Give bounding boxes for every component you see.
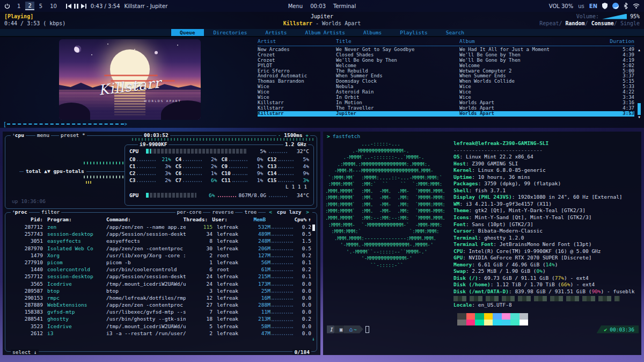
fastfetch-info-line: Memory: 6.61 GiB / 46.96 GiB (14%) xyxy=(453,262,640,269)
playback-progress-bar[interactable]: [> xyxy=(3,122,641,126)
process-row[interactable]: 3565Icedrive/tmp/.mount_icedriW2UAWd/usr… xyxy=(5,280,317,287)
fastfetch-info-line xyxy=(453,296,620,301)
previous-track-icon[interactable] xyxy=(66,4,71,9)
queue-row[interactable]: CrozetWe'll Be Gone by ThenWe'll Be Gone… xyxy=(258,58,634,63)
player-tab[interactable]: Albums xyxy=(355,29,390,36)
graph-mode-label[interactable]: total ▲▼ gpu-totals xyxy=(24,168,86,174)
language-indicator[interactable]: EN xyxy=(589,3,597,9)
scroll-up-icon[interactable]: ▲ xyxy=(638,48,640,52)
proc-select-label[interactable]: select ↓ xyxy=(11,349,39,355)
window-title-menu[interactable]: Menu xyxy=(288,3,303,9)
process-row[interactable]: 2612i3i3 -a --restart /run/user/1000/2le… xyxy=(5,330,317,337)
player-elapsed: 0:44 / 3:53 ( kbps) xyxy=(4,20,283,26)
player-tab[interactable]: Directories xyxy=(205,29,256,36)
bluetooth-icon[interactable] xyxy=(624,3,628,9)
keyboard-layout[interactable]: us xyxy=(578,3,584,9)
player-tab[interactable]: Search xyxy=(437,29,473,36)
pause-icon[interactable] xyxy=(74,4,78,9)
queue-header-artist[interactable]: Artist xyxy=(258,38,336,44)
process-row[interactable]: 1479Xorg/usr/lib/xorg/Xorg -core :0 -se2… xyxy=(5,252,317,259)
queue-row[interactable]: KillstarrIn MotionWorlds Apart3:16 xyxy=(258,100,634,106)
column-command[interactable]: Command: xyxy=(106,216,181,222)
cpu-core-row: C111% xyxy=(222,177,264,184)
player-tab[interactable]: Album Artists xyxy=(297,29,354,36)
queue-row[interactable]: Android AutomaticWhen Summer EndsWhen Su… xyxy=(258,74,634,79)
queue-header-duration[interactable]: Duration xyxy=(608,38,634,44)
queue-row[interactable]: PYLOTWelcomeWelcome5:02 xyxy=(258,63,634,69)
workspace-button[interactable]: 5 xyxy=(36,2,45,10)
queue-scrollbar-thumb[interactable] xyxy=(638,103,641,115)
playback-mode-toggle[interactable]: Consume xyxy=(585,20,614,26)
process-scrollbar-thumb[interactable] xyxy=(312,225,315,231)
queue-row[interactable]: CrozetClosed ShadesWe'll Be Gone by Then… xyxy=(258,53,634,58)
process-row[interactable]: 287970Isolated Web Co/app/zen/zen -conte… xyxy=(5,245,317,252)
playback-mode-toggle[interactable]: Single xyxy=(614,20,640,26)
queue-row[interactable]: Eric SferroThe RebuildWetware Computer 2… xyxy=(258,69,634,74)
column-user[interactable]: User: xyxy=(208,216,241,222)
process-row[interactable]: 277910picompicom -b1lefreak56M0.1 xyxy=(5,259,317,266)
now-playing-title: Jupiter xyxy=(283,13,361,19)
workspace-button[interactable]: 10 xyxy=(47,2,60,10)
workspace-button[interactable]: 2 xyxy=(25,2,34,10)
queue-row[interactable]: WiceNebulaWice5:33 xyxy=(258,84,634,90)
proc-percore-button[interactable]: per-core xyxy=(175,209,203,215)
proc-reverse-button[interactable]: reverse xyxy=(210,209,235,215)
proc-tree-button[interactable]: tree xyxy=(243,209,258,215)
btop-menu-button[interactable]: menu xyxy=(35,132,51,138)
column-threads[interactable]: Threads: xyxy=(181,216,208,222)
playback-mode-toggle[interactable]: Repeat xyxy=(539,20,559,26)
scroll-down-icon[interactable]: ▼ xyxy=(638,115,640,119)
proc-panel-title[interactable]: ⁴proc xyxy=(11,209,29,215)
proc-sort-selector[interactable]: < cpu lazy > xyxy=(266,209,312,215)
cpu-usage-bar xyxy=(146,149,247,154)
process-row[interactable]: 287889WebExtensions/app/zen/zen -content… xyxy=(5,301,317,308)
process-row[interactable]: 289587btopbtop3lefreak25M0.0 xyxy=(5,287,317,294)
sort-direction-icon[interactable]: ↑ xyxy=(308,216,311,222)
process-row[interactable]: 158383gvfsd-mtp/usr/libexec/gvfsd-mtp --… xyxy=(5,308,317,315)
queue-scrollbar[interactable]: ▲ ▼ xyxy=(637,48,641,119)
window-title-terminal[interactable]: Terminal xyxy=(333,3,356,9)
fastfetch-info: lefreak@lefreak-Z390-GAMING-SLI --------… xyxy=(453,140,640,308)
next-track-icon[interactable] xyxy=(81,4,86,9)
player-tab[interactable]: Artists xyxy=(257,29,295,36)
volume-indicator[interactable]: VOL 30% xyxy=(549,3,574,9)
shield-icon[interactable] xyxy=(602,3,608,9)
volume-slider[interactable] xyxy=(602,14,627,19)
process-row[interactable]: 290153rmpc/home/lefreak/dotfiles/rmpc12l… xyxy=(5,294,317,301)
queue-header-album[interactable]: Album xyxy=(459,38,608,44)
btop-preset-button[interactable]: preset * xyxy=(59,132,87,138)
proc-filter-button[interactable]: filter xyxy=(40,209,61,215)
playback-mode-toggle[interactable]: Random xyxy=(559,20,584,26)
process-row[interactable]: 288541ghostty/usr/bin/ghostty --gtk-sing… xyxy=(5,315,317,322)
queue-row[interactable]: KillstarrThe TravellerWorlds Apart4:37 xyxy=(258,106,634,111)
cpu-panel-title[interactable]: ¹cpu xyxy=(11,132,26,138)
shell-prompt-row[interactable]: I ▣ ⌂~ ✔ 00:03:36 xyxy=(327,325,639,334)
queue-row[interactable]: WiceAsteroid RainWice4:22 xyxy=(258,90,634,95)
column-pid[interactable]: Pid: xyxy=(9,216,43,222)
process-row[interactable]: 257712session-desktop/app/Session/sessio… xyxy=(5,273,317,280)
cpu-core-row: C76% xyxy=(175,177,217,184)
wifi-icon[interactable] xyxy=(633,3,640,9)
queue-row[interactable]: Thomas BarrandonDoomsday ClockWhen World… xyxy=(258,79,634,84)
process-row[interactable]: 257743session-desktop/app/Session/sessio… xyxy=(5,230,317,237)
refresh-interval-control[interactable]: - 1500ms + xyxy=(276,132,310,138)
process-row[interactable]: 287712zen/app/zen/zen --name app.zen_bro… xyxy=(5,223,317,230)
power-icon[interactable] xyxy=(4,3,10,9)
column-memb[interactable]: MemB xyxy=(241,216,266,222)
queue-row[interactable]: New ArcadesWe Never Got to Say GoodbyeWe… xyxy=(258,47,634,53)
browser-globe-icon[interactable] xyxy=(612,3,619,9)
column-program[interactable]: Program: xyxy=(43,216,106,222)
process-row[interactable]: 3051easyeffectseasyeffects8lefreak248M1.… xyxy=(5,237,317,244)
queue-row[interactable]: WiceIn OrbitWice3:34 xyxy=(258,95,634,100)
queue-row[interactable]: KillstarrJupiterWorlds Apart3:53 xyxy=(258,111,634,117)
process-row[interactable]: 3523Icedrive/tmp/.mount_icedriW2UAWd/usr… xyxy=(5,323,317,330)
workspace-button[interactable]: 1 xyxy=(14,2,23,10)
cpu-core-row: C153% xyxy=(267,177,309,184)
queue-header-title[interactable]: Title xyxy=(336,38,459,44)
process-row[interactable]: 1440coolercontrold/usr/bin/coolercontrol… xyxy=(5,266,317,273)
terminal-cursor[interactable] xyxy=(365,326,369,333)
player-tab[interactable]: Queue xyxy=(171,29,204,36)
player-tab[interactable]: Playlists xyxy=(391,29,436,36)
column-cpu[interactable]: Cpu% xyxy=(289,216,306,222)
btop-window: ¹cpu menu preset * 00:03:52 - 1500ms + t… xyxy=(3,132,320,355)
